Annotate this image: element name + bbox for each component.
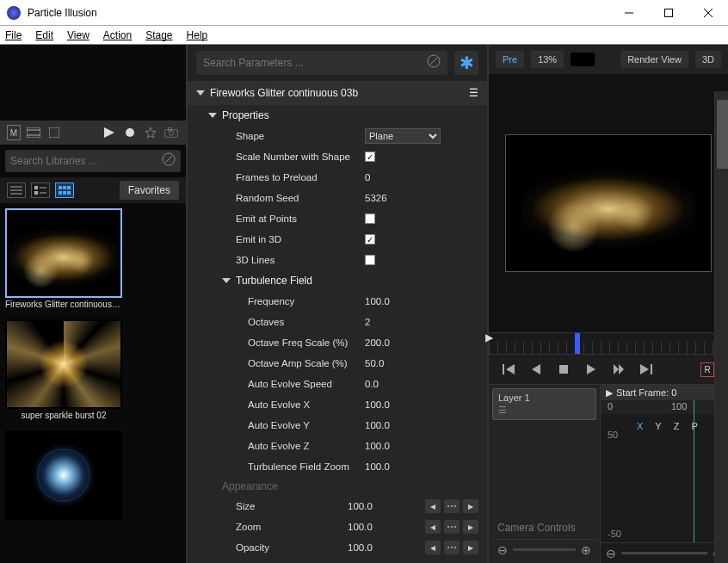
shape-select[interactable]: Plane (365, 128, 441, 144)
library-gallery[interactable]: Fireworks Glitter continuous 03b super s… (0, 203, 186, 563)
emitter-header[interactable]: Fireworks Glitter continuous 03b ☰ (188, 81, 487, 105)
prop-value[interactable]: 100.0 (365, 441, 425, 451)
library-item[interactable]: super sparkle burst 02 (5, 319, 122, 420)
cancel-icon[interactable] (162, 152, 176, 170)
checkbox[interactable]: ✓ (365, 234, 375, 244)
close-button[interactable] (688, 0, 728, 26)
prop-label: 3D Lines (236, 255, 365, 265)
favorites-button[interactable]: Favorites (120, 181, 179, 200)
square-icon[interactable] (46, 125, 62, 140)
play-button[interactable] (585, 363, 597, 375)
prop-value[interactable]: 0.0 (365, 379, 425, 389)
menu-file[interactable]: File (5, 29, 22, 41)
layer-item[interactable]: Layer 1 ☰ (492, 388, 596, 420)
emitter-menu-icon[interactable]: ☰ (469, 87, 478, 99)
graph-pane[interactable]: ▶Start Frame: 0 0 100 50 X Y Z P -50 ⊖ (601, 385, 728, 563)
prop-value[interactable]: 100.0 (365, 420, 425, 430)
axis-y-button[interactable]: Y (655, 421, 661, 431)
goto-start-button[interactable] (503, 363, 515, 375)
prop-value[interactable]: 0 (365, 172, 425, 183)
zoom-in-button[interactable]: ⊕ (581, 543, 591, 557)
library-item[interactable] (5, 430, 122, 522)
parameters-search[interactable] (196, 51, 447, 75)
menu-help[interactable]: Help (187, 29, 208, 41)
list-view-icon[interactable] (7, 183, 26, 198)
repeat-button[interactable]: R (700, 362, 713, 377)
viewport[interactable] (489, 74, 728, 332)
playhead[interactable] (575, 333, 580, 354)
render-view-button[interactable]: Render View (620, 51, 688, 68)
add-emitter-button[interactable]: ✱ (454, 51, 478, 75)
step-back-button[interactable] (530, 363, 542, 375)
axis-z-button[interactable]: Z (674, 421, 680, 431)
keyframe-prev-icon[interactable]: ◂ (425, 520, 441, 534)
keyframe-prev-icon[interactable]: ◂ (425, 541, 441, 554)
prop-value[interactable]: 100.0 (348, 542, 408, 553)
prop-value[interactable]: 100.0 (348, 522, 408, 532)
checkbox[interactable]: ✓ (365, 152, 375, 162)
zoom-out-button[interactable]: ⊖ (606, 547, 616, 560)
zoom-percent[interactable]: 13% (531, 51, 564, 68)
preview-toolbar: Pre 13% Render View 3D (489, 45, 728, 74)
keyframe-next-icon[interactable]: ▸ (463, 499, 478, 513)
keyframe-next-icon[interactable]: ▸ (463, 520, 478, 534)
menu-action[interactable]: Action (103, 29, 132, 41)
grid-view-icon[interactable] (55, 183, 74, 198)
library-search-input[interactable] (10, 155, 162, 167)
scrollbar-thumb[interactable] (717, 100, 728, 169)
prop-value[interactable]: 5326 (365, 193, 425, 203)
svg-rect-38 (651, 364, 652, 374)
prop-value[interactable]: 100.0 (365, 399, 425, 410)
prop-value[interactable]: 200.0 (365, 337, 425, 348)
filmstrip-icon[interactable] (26, 125, 41, 140)
axis-x-button[interactable]: X (637, 421, 643, 431)
maximize-button[interactable] (649, 0, 688, 26)
record-icon[interactable] (122, 125, 138, 140)
transport-controls: R (489, 355, 728, 384)
stop-button[interactable] (558, 363, 570, 375)
zoom-slider[interactable] (513, 548, 576, 551)
keyframe-next-icon[interactable]: ▸ (463, 541, 478, 554)
minimize-button[interactable] (609, 0, 649, 26)
detail-view-icon[interactable] (31, 183, 50, 198)
prop-value[interactable]: 50.0 (365, 358, 425, 368)
properties-list[interactable]: Properties Shape Plane Scale Number with… (188, 105, 487, 563)
graph-playhead[interactable] (694, 400, 694, 542)
keyframe-prev-icon[interactable]: ◂ (425, 499, 441, 513)
prop-value[interactable]: 2 (365, 317, 425, 327)
play-icon[interactable] (102, 125, 117, 140)
menu-edit[interactable]: Edit (35, 29, 53, 41)
color-swatch[interactable] (571, 53, 595, 66)
zoom-out-button[interactable]: ⊖ (497, 543, 508, 557)
step-forward-button[interactable] (613, 363, 625, 375)
prop-value[interactable]: 100.0 (365, 296, 425, 306)
menu-view[interactable]: View (67, 29, 89, 41)
goto-end-button[interactable] (640, 363, 652, 375)
keyframe-menu-icon[interactable]: ⋯ (444, 520, 460, 534)
timeline-ruler[interactable]: ▶ ◀ (489, 332, 728, 355)
layer-menu-icon[interactable]: ☰ (498, 405, 590, 416)
zoom-slider[interactable] (621, 552, 707, 554)
keyframe-menu-icon[interactable]: ⋯ (444, 499, 460, 513)
svg-point-11 (169, 131, 173, 135)
keyframe-menu-icon[interactable]: ⋯ (444, 541, 460, 554)
turbulence-section[interactable]: Turbulence Field (188, 270, 487, 291)
prop-label: Emit at Points (236, 213, 365, 224)
properties-section[interactable]: Properties (188, 105, 487, 126)
mode-m-icon[interactable]: M (7, 125, 21, 140)
library-item[interactable]: Fireworks Glitter continuous 03b (5, 208, 122, 309)
camera-icon[interactable] (163, 125, 179, 140)
checkbox[interactable] (365, 255, 375, 265)
parameters-search-input[interactable] (203, 57, 427, 69)
cancel-icon[interactable] (427, 54, 441, 71)
star-icon[interactable] (143, 125, 158, 140)
vertical-scrollbar[interactable] (714, 91, 728, 563)
preview-mode-button[interactable]: Pre (496, 51, 524, 68)
prop-value[interactable]: 100.0 (365, 461, 425, 472)
axis-p-button[interactable]: P (691, 421, 697, 431)
menu-stage[interactable]: Stage (145, 29, 172, 41)
view-3d-button[interactable]: 3D (695, 51, 721, 68)
library-search[interactable] (5, 150, 181, 172)
prop-value[interactable]: 100.0 (348, 501, 408, 511)
checkbox[interactable] (365, 213, 375, 224)
